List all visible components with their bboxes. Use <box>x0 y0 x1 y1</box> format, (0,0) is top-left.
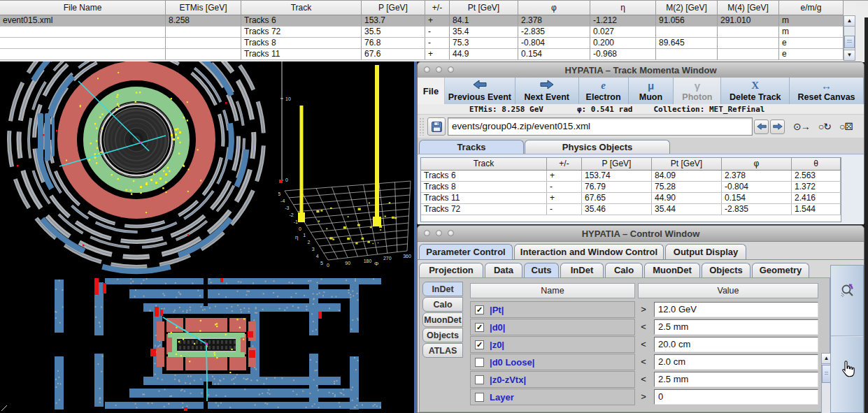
event-random-icon[interactable]: ○⚄ <box>839 121 853 132</box>
event-loop-icon[interactable]: ○↻ <box>818 121 831 132</box>
table-cell[interactable]: -2.835 <box>518 27 590 38</box>
table-cell[interactable]: 291.010 <box>718 15 779 27</box>
table-cell[interactable] <box>166 27 241 38</box>
checkbox-checked[interactable]: ✓ <box>475 305 484 314</box>
tab-physics-objects[interactable]: Physics Objects <box>525 140 670 154</box>
table-cell[interactable]: event015.xml <box>0 15 166 27</box>
window-control-buttons[interactable] <box>424 66 454 73</box>
table-cell[interactable]: + <box>547 193 582 204</box>
table-cell[interactable]: 35.46 <box>582 204 652 215</box>
tab-output-display[interactable]: Output Display <box>665 244 746 259</box>
zoom-magnifier-icon[interactable] <box>839 282 856 299</box>
tab-projection[interactable]: Projection <box>419 263 483 277</box>
column-header[interactable]: Track <box>421 158 547 171</box>
table-cell[interactable]: 35.4 <box>450 27 518 38</box>
checkbox-unchecked[interactable] <box>475 393 484 402</box>
table-cell[interactable]: 89.645 <box>656 38 718 49</box>
table-row[interactable]: event015.xml8.258Tracks 6153.7+84.12.378… <box>0 15 868 27</box>
table-cell[interactable]: - <box>425 38 450 49</box>
table-cell[interactable]: e <box>779 49 844 60</box>
table-cell[interactable]: 35.5 <box>362 27 425 38</box>
column-header[interactable]: P [GeV] <box>362 1 425 15</box>
table-cell[interactable]: 35.44 <box>652 204 722 215</box>
side-tab-indet[interactable]: InDet <box>422 282 463 296</box>
tab-muondet[interactable]: MuonDet <box>644 263 700 277</box>
track-row[interactable]: Tracks 6+153.7484.092.3782.563 <box>421 171 841 182</box>
column-header[interactable]: M(4) [GeV] <box>718 1 779 15</box>
event-file-path-field[interactable]: events/group04.zip/event015.xml <box>448 117 753 136</box>
table-cell[interactable]: Tracks 72 <box>241 27 362 38</box>
detector-side-view-panel[interactable] <box>0 278 414 413</box>
table-cell[interactable]: Tracks 6 <box>241 15 362 27</box>
minimize-window-button[interactable] <box>436 230 442 236</box>
table-cell[interactable]: -2.835 <box>722 204 792 215</box>
scrollbar-thumb[interactable] <box>844 36 855 48</box>
close-window-button[interactable] <box>424 66 430 73</box>
table-cell[interactable]: 2.378 <box>518 15 590 27</box>
table-cell[interactable]: 0.200 <box>590 38 656 49</box>
table-row[interactable]: Tracks 1167.6+44.90.154-0.968e <box>0 49 868 60</box>
cut-value-field[interactable]: 2.0 cm <box>654 354 818 370</box>
table-cell[interactable] <box>656 27 718 38</box>
table-cell[interactable] <box>718 38 779 49</box>
column-header[interactable]: P [GeV] <box>582 158 652 171</box>
cut-value-field[interactable]: 20.0 cm <box>654 337 818 352</box>
table-cell[interactable]: 76.79 <box>582 182 652 193</box>
event-step-icon[interactable]: ⊙→ <box>793 121 810 132</box>
delete-track-button[interactable]: XDelete Track <box>721 78 790 104</box>
table-cell[interactable]: - <box>425 27 450 38</box>
table-cell[interactable]: Tracks 6 <box>421 171 547 182</box>
toolbar-drag-handle[interactable] <box>419 117 425 136</box>
column-header[interactable]: M(2) [GeV] <box>656 1 718 15</box>
table-cell[interactable]: 0.154 <box>722 193 792 204</box>
table-cell[interactable]: 76.8 <box>362 38 425 49</box>
zoom-window-button[interactable] <box>448 230 454 236</box>
cut-value-field[interactable]: 0 <box>654 389 818 405</box>
next-file-button[interactable] <box>770 119 785 134</box>
table-cell[interactable]: - <box>547 182 582 193</box>
table-cell[interactable]: 2.378 <box>722 171 792 182</box>
table-cell[interactable]: 84.09 <box>652 171 722 182</box>
tab-indet[interactable]: InDet <box>560 263 604 277</box>
photon-button[interactable]: γPhoton <box>674 78 721 104</box>
column-header[interactable]: φ <box>518 1 590 15</box>
table-cell[interactable] <box>166 49 241 60</box>
scroll-down-button[interactable]: ▼ <box>844 50 855 60</box>
checkbox-unchecked[interactable] <box>475 375 484 384</box>
table-cell[interactable]: 44.9 <box>450 49 518 60</box>
track-row[interactable]: Tracks 72-35.4635.44-2.8351.544 <box>421 204 841 215</box>
column-header[interactable]: +/- <box>425 1 450 15</box>
table-cell[interactable]: 0.027 <box>590 27 656 38</box>
table-cell[interactable]: 84.1 <box>450 15 518 27</box>
table-cell[interactable]: Tracks 8 <box>241 38 362 49</box>
electron-button[interactable]: eElectron <box>579 78 629 104</box>
reset-canvas-button[interactable]: ↔Reset Canvas <box>790 78 864 104</box>
side-tab-muondet[interactable]: MuonDet <box>422 312 463 327</box>
table-cell[interactable] <box>0 49 166 60</box>
tab-parameter-control[interactable]: Parameter Control <box>419 244 513 259</box>
table-cell[interactable]: -0.968 <box>590 49 656 60</box>
tab-geometry[interactable]: Geometry <box>752 263 809 277</box>
table-cell[interactable]: 2.416 <box>792 193 841 204</box>
table-row[interactable]: Tracks 876.8-75.3-0.8040.20089.645e <box>0 38 868 49</box>
track-window-titlebar[interactable]: HYPATIA – Track Momenta Window <box>418 62 864 78</box>
table-cell[interactable]: 8.258 <box>166 15 241 27</box>
table-cell[interactable]: 44.90 <box>652 193 722 204</box>
close-window-button[interactable] <box>424 230 430 236</box>
table-cell[interactable]: e <box>779 38 844 49</box>
table-cell[interactable]: Tracks 8 <box>421 182 547 193</box>
tab-cuts[interactable]: Cuts <box>524 263 559 277</box>
table-cell[interactable] <box>718 49 779 60</box>
table-cell[interactable]: 2.563 <box>792 171 841 182</box>
table-cell[interactable]: 0.154 <box>518 49 590 60</box>
tab-objects[interactable]: Objects <box>702 263 750 277</box>
column-header[interactable]: Pt [GeV] <box>450 1 518 15</box>
tab-interaction-and-window-control[interactable]: Interaction and Window Control <box>514 244 664 259</box>
minimize-window-button[interactable] <box>436 66 442 73</box>
table-cell[interactable]: + <box>425 49 450 60</box>
cut-value-field[interactable]: 2.5 mm <box>654 372 818 387</box>
table-cell[interactable]: 67.6 <box>362 49 425 60</box>
checkbox-checked[interactable]: ✓ <box>475 323 484 332</box>
tab-data[interactable]: Data <box>485 263 522 277</box>
file-menu[interactable]: File <box>418 78 445 104</box>
